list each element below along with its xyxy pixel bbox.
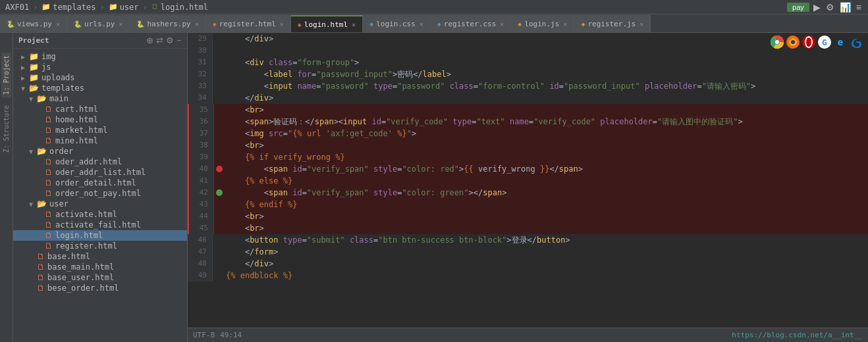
line-content: {% else %} — [225, 175, 868, 187]
close-icon[interactable]: ✕ — [500, 20, 504, 28]
sidebar-item-mine[interactable]: 🗋 mine.html — [13, 135, 187, 146]
code-line-48: 48 </div> — [188, 258, 868, 270]
tab-label: register.js — [587, 20, 636, 28]
sidebar-item-cart[interactable]: 🗋 cart.html — [13, 104, 187, 114]
sidebar-item-activate-fail[interactable]: 🗋 activate_fail.html — [13, 220, 187, 230]
chrome-icon[interactable] — [771, 36, 784, 49]
line-number: 33 — [188, 80, 213, 92]
ie-icon[interactable]: e — [834, 36, 847, 49]
coverage-icon[interactable]: 📊 — [838, 2, 852, 12]
sidebar-item-oder-addr-list[interactable]: 🗋 oder_addr_list.html — [13, 167, 187, 178]
item-label: activate_fail.html — [55, 220, 141, 230]
item-label: order_detail.html — [55, 178, 136, 187]
close-icon[interactable]: ✕ — [563, 20, 567, 28]
tab-label: views.py — [17, 20, 52, 28]
sync-icon[interactable]: ⇄ — [156, 36, 163, 45]
line-number: 37 — [189, 128, 214, 139]
close-icon[interactable]: ✕ — [195, 20, 199, 28]
sidebar-item-order[interactable]: ▼ 📂 order — [13, 146, 187, 157]
gear-icon[interactable]: ⚙ — [166, 36, 174, 45]
tab-login-css[interactable]: ◈ login.css ✕ — [363, 15, 431, 32]
google-icon[interactable]: G — [818, 36, 831, 49]
sidebar-item-base[interactable]: 🗋 base.html — [13, 251, 187, 262]
tab-label: login.html — [304, 20, 348, 29]
code-line-30: 30 — [188, 45, 868, 57]
line-content: <img src="{% url 'axf:get_code' %}"> — [225, 128, 868, 139]
sidebar-item-img[interactable]: ▶ 📁 img — [13, 51, 187, 62]
close-icon[interactable]: ✕ — [352, 21, 356, 28]
sidebar-item-user[interactable]: ▼ 📂 user — [13, 199, 187, 209]
js-icon: ◈ — [518, 20, 522, 28]
sidebar-title: Project — [18, 36, 49, 45]
line-content: </form> — [223, 246, 868, 258]
tab-login-js[interactable]: ◈ login.js ✕ — [511, 15, 574, 32]
tab-views-py[interactable]: 🐍 views.py ✕ — [0, 15, 67, 32]
code-line-42: 42 <span id="verify_span" style="color: … — [188, 187, 868, 199]
tab-register-html[interactable]: ◈ register.html ✕ — [206, 15, 291, 32]
close-icon[interactable]: ✕ — [119, 20, 122, 28]
sidebar-item-order-not-pay[interactable]: 🗋 order_not_pay.html — [13, 188, 187, 199]
html-icon: ◈ — [213, 20, 217, 28]
code-editor[interactable]: 29 </div> 30 31 <div class="form-group">… — [188, 33, 868, 328]
collapse-icon[interactable]: − — [176, 36, 182, 45]
run-button[interactable]: pay — [787, 3, 809, 12]
code-line-29: 29 </div> — [188, 33, 868, 45]
line-number: 36 — [189, 116, 214, 128]
sidebar-item-main[interactable]: ▼ 📂 main — [13, 93, 187, 104]
close-icon[interactable]: ✕ — [56, 20, 60, 28]
item-label: uploads — [41, 73, 75, 82]
settings-icon[interactable]: ≡ — [855, 2, 863, 12]
close-icon[interactable]: ✕ — [420, 20, 423, 28]
close-icon[interactable]: ✕ — [280, 20, 284, 28]
edge-icon[interactable] — [850, 36, 863, 49]
code-line-35: 35 <br> — [188, 104, 868, 116]
html-icon: 🗋 — [45, 126, 53, 135]
line-number: 44 — [189, 210, 214, 222]
py-icon2: 🐍 — [74, 20, 82, 28]
sidebar-item-js[interactable]: ▶ 📁 js — [13, 62, 187, 72]
tab-register-css[interactable]: ◈ register.css ✕ — [431, 15, 512, 32]
tab-hashers-py[interactable]: 🐍 hashers.py ✕ — [130, 15, 205, 32]
sidebar-item-base-user[interactable]: 🗋 base_user.html — [13, 272, 187, 283]
close-icon[interactable]: ✕ — [639, 20, 643, 28]
code-line-38: 38 <br> — [188, 139, 868, 151]
run-icon[interactable]: ▶ — [812, 2, 822, 12]
project-tab[interactable]: 1: Project — [1, 53, 11, 97]
tab-login-html[interactable]: ◈ login.html ✕ — [291, 15, 363, 32]
html-icon: 🗋 — [37, 252, 45, 261]
firefox-icon[interactable] — [786, 36, 800, 49]
folder-icon: 📁 — [29, 62, 39, 72]
sidebar-item-bese-order[interactable]: 🗋 bese_order.html — [13, 283, 187, 293]
tab-urls-py[interactable]: 🐍 urls.py ✕ — [67, 15, 130, 32]
code-line-36: 36 <span>验证码：</span><input id="verify_co… — [188, 116, 868, 128]
item-label: main — [49, 94, 68, 103]
sidebar-item-home[interactable]: 🗋 home.html — [13, 114, 187, 125]
folder-icon: 📁 — [29, 73, 39, 82]
opera-icon[interactable] — [802, 36, 815, 49]
code-line-46: 46 <button type="submit" class="btn btn-… — [188, 234, 868, 246]
status-url[interactable]: https://blog.csdn.net/a__int__ — [732, 331, 863, 339]
sidebar-item-templates[interactable]: ▼ 📂 templates — [13, 83, 187, 93]
sidebar-item-base-main[interactable]: 🗋 base_main.html — [13, 262, 187, 272]
sidebar-item-market[interactable]: 🗋 market.html — [13, 125, 187, 135]
breadcrumb-sep1: › — [33, 3, 38, 12]
sidebar-item-login-html[interactable]: 🗋 login.html — [13, 230, 187, 241]
html-icon: 🗋 — [45, 241, 53, 251]
html-icon: 🗋 — [37, 273, 45, 282]
sidebar-item-register-html[interactable]: 🗋 register.html — [13, 241, 187, 251]
add-icon[interactable]: ⊕ — [146, 36, 153, 45]
debug-icon[interactable]: ⚙ — [825, 2, 836, 12]
top-bar-right: pay ▶ ⚙ 📊 ≡ — [787, 2, 863, 12]
sidebar-item-order-detail[interactable]: 🗋 order_detail.html — [13, 178, 187, 188]
html-icon: 🗋 — [45, 115, 53, 124]
item-label: img — [41, 52, 56, 61]
line-content: <br> — [225, 104, 868, 116]
sidebar-item-uploads[interactable]: ▶ 📁 uploads — [13, 72, 187, 83]
tab-label: login.css — [376, 20, 416, 28]
line-content: <div class="form-group"> — [223, 57, 868, 68]
css-icon: ◈ — [369, 20, 373, 28]
tab-register-js[interactable]: ◈ register.js ✕ — [574, 15, 651, 32]
sidebar-item-oder-addr[interactable]: 🗋 oder_addr.html — [13, 157, 187, 167]
structure-tab[interactable]: Z: Structure — [1, 103, 11, 155]
sidebar-item-activate[interactable]: 🗋 activate.html — [13, 209, 187, 220]
